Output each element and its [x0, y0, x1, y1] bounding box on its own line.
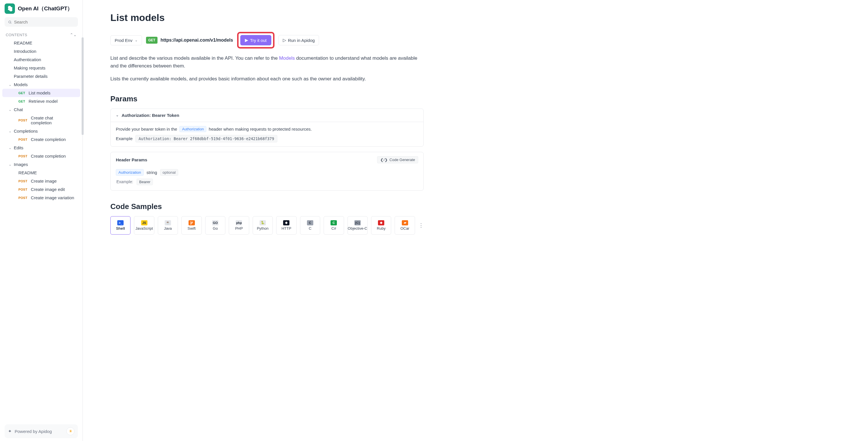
- nav-item-introduction[interactable]: Introduction: [2, 47, 80, 56]
- lang-icon: ◆: [283, 220, 289, 225]
- run-in-apidog-button[interactable]: ▷ Run in Apidog: [279, 35, 319, 45]
- example-label: Example: [116, 136, 132, 141]
- endpoint-toolbar: Prod Env ⌄ GET https://api.openai.com/v1…: [111, 32, 845, 48]
- chevron-down-icon: ⌄: [9, 163, 11, 167]
- nav-tree: README Introduction Authentication Makin…: [0, 39, 83, 441]
- example-value: Authorization: Bearer 2f68dbbf-519d-4f01…: [135, 135, 277, 142]
- nav-item-parameter-details[interactable]: Parameter details: [2, 72, 80, 80]
- lang-label: C#: [331, 226, 336, 231]
- nav-group-chat[interactable]: ⌄Chat: [2, 105, 80, 114]
- lang-tab-ocar[interactable]: ▰OCar: [395, 216, 415, 235]
- lang-tab-go[interactable]: GOGo: [205, 216, 225, 235]
- lang-icon: ◆: [378, 220, 384, 225]
- authorization-panel-header[interactable]: ⌄ Authorization: Bearer Token: [111, 109, 423, 122]
- annotation-highlight: ▶ Try it out: [237, 32, 275, 48]
- nav-subitem-list-models[interactable]: GETList models: [2, 89, 80, 97]
- nav-group-images[interactable]: ⌄Images: [2, 160, 80, 169]
- param-example-value: Bearer: [136, 178, 153, 185]
- header-params-panel: Header Params ❮/❯ Code Generate Authoriz…: [111, 152, 424, 191]
- nav-subitem-images-readme[interactable]: README: [2, 169, 80, 177]
- lang-label: Go: [213, 226, 218, 231]
- svg-line-1: [11, 23, 11, 23]
- nav-subitem-create-chat-completion[interactable]: POSTCreate chat completion: [2, 114, 80, 127]
- lang-label: PHP: [235, 226, 243, 231]
- search-icon: [8, 20, 12, 24]
- lang-icon: 🕊: [189, 220, 195, 225]
- lang-label: Python: [257, 226, 269, 231]
- scrollbar-thumb[interactable]: [82, 37, 84, 135]
- lang-label: OCar: [400, 226, 409, 231]
- chevron-down-icon: ⌄: [9, 108, 11, 112]
- lang-icon: php: [236, 220, 242, 225]
- header-params-title: Header Params: [116, 157, 147, 162]
- nav-group-completions[interactable]: ⌄Completions: [2, 127, 80, 135]
- param-optional-chip: optional: [160, 169, 179, 176]
- try-it-out-button[interactable]: ▶ Try it out: [240, 35, 271, 45]
- collapse-icon[interactable]: ⌃⌄: [70, 32, 77, 37]
- main-content: List models Prod Env ⌄ GET https://api.o…: [83, 0, 868, 441]
- endpoint-url: GET https://api.openai.com/v1/models: [146, 37, 233, 44]
- code-samples-heading: Code Samples: [111, 202, 845, 211]
- param-type: string: [147, 170, 157, 175]
- http-method-badge: GET: [146, 37, 158, 44]
- chevron-down-icon: ⌄: [116, 113, 119, 117]
- lang-label: Swift: [188, 226, 196, 231]
- param-example-label: Example:: [116, 179, 133, 184]
- sidebar: Open AI（ChatGPT） CONTENTS ⌃⌄ README Intr…: [0, 0, 83, 441]
- auth-desc-line: Provide your bearer token in the Authori…: [116, 126, 418, 132]
- nav-item-readme[interactable]: README: [2, 39, 80, 47]
- powered-by-card[interactable]: ✦ Powered by Apidog ☀: [5, 425, 78, 438]
- nav-subitem-create-image[interactable]: POSTCreate image: [2, 177, 80, 185]
- lang-tab-php[interactable]: phpPHP: [229, 216, 249, 235]
- lang-label: JavaScript: [135, 226, 153, 231]
- lang-tab-http[interactable]: ◆HTTP: [276, 216, 296, 235]
- page-title: List models: [111, 12, 845, 23]
- lang-tab-c[interactable]: CC: [300, 216, 320, 235]
- nav-subitem-create-image-edit[interactable]: POSTCreate image edit: [2, 185, 80, 194]
- code-sample-tabs: >_ShellJSJavaScript☕Java🕊SwiftGOGophpPHP…: [111, 216, 424, 235]
- models-doc-link[interactable]: Models: [279, 56, 295, 61]
- lang-tab-c-[interactable]: CC#: [323, 216, 344, 235]
- lang-tab-shell[interactable]: >_Shell: [111, 216, 130, 235]
- nav-item-making-requests[interactable]: Making requests: [2, 64, 80, 72]
- endpoint-description-1: List and describe the various models ava…: [111, 54, 421, 70]
- search-field[interactable]: [14, 20, 74, 24]
- nav-group-edits[interactable]: ⌄Edits: [2, 143, 80, 152]
- chevron-down-icon: ⌄: [9, 129, 11, 133]
- nav-group-models[interactable]: ⌄Models: [2, 80, 80, 89]
- play-icon: ▶: [245, 38, 248, 43]
- apidog-icon: ✦: [8, 429, 12, 434]
- lang-tab-python[interactable]: 🐍Python: [253, 216, 273, 235]
- nav-subitem-create-completion-edit[interactable]: POSTCreate completion: [2, 152, 80, 160]
- nav-subitem-create-completion[interactable]: POSTCreate completion: [2, 135, 80, 143]
- env-selector[interactable]: Prod Env ⌄: [111, 35, 142, 45]
- lang-label: Java: [164, 226, 172, 231]
- theme-toggle[interactable]: ☀: [66, 427, 74, 435]
- lang-icon: 🐍: [259, 220, 266, 225]
- lang-tab-javascript[interactable]: JSJavaScript: [134, 216, 154, 235]
- chevron-down-icon: ⌄: [9, 146, 11, 150]
- chevron-down-icon: ⌄: [135, 38, 138, 42]
- play-outline-icon: ▷: [283, 38, 286, 43]
- search-input[interactable]: [5, 17, 78, 27]
- lang-tab-swift[interactable]: 🕊Swift: [181, 216, 202, 235]
- lang-icon: >_: [117, 220, 124, 225]
- lang-label: Shell: [116, 226, 125, 231]
- lang-tab-objective-c[interactable]: [C]Objective-C: [347, 216, 368, 235]
- code-generate-button[interactable]: ❮/❯ Code Generate: [377, 156, 418, 163]
- nav-subitem-retrieve-model[interactable]: GETRetrieve model: [2, 97, 80, 105]
- lang-label: C: [309, 226, 311, 231]
- nav-item-authentication[interactable]: Authentication: [2, 56, 80, 64]
- lang-label: Ruby: [377, 226, 385, 231]
- lang-tab-ruby[interactable]: ◆Ruby: [371, 216, 391, 235]
- lang-label: HTTP: [281, 226, 291, 231]
- lang-icon: C: [307, 220, 313, 225]
- param-name-chip: Authorization: [116, 169, 144, 176]
- code-icon: ❮/❯: [380, 158, 388, 162]
- nav-subitem-create-image-variation[interactable]: POSTCreate image variation: [2, 194, 80, 202]
- endpoint-description-2: Lists the currently available models, an…: [111, 75, 421, 83]
- chevron-down-icon: ⌄: [9, 83, 11, 87]
- more-languages-button[interactable]: ⋮: [418, 216, 424, 235]
- lang-tab-java[interactable]: ☕Java: [158, 216, 178, 235]
- lang-label: Objective-C: [348, 226, 367, 231]
